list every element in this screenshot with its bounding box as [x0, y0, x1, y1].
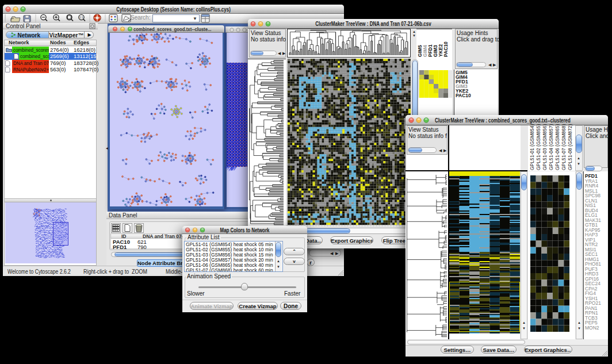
svg-text:1:1: 1:1 [79, 16, 83, 19]
svg-text:Search:: Search: [131, 14, 150, 21]
